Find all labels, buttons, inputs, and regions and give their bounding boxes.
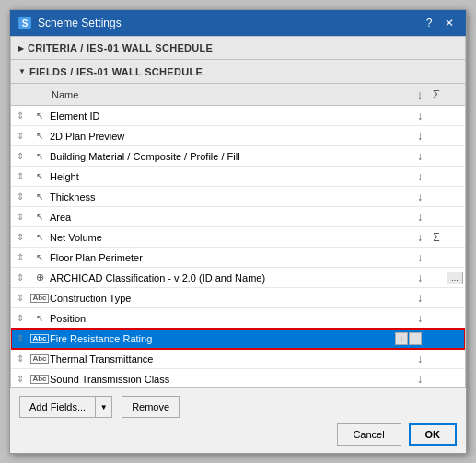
row-name-label: Element ID xyxy=(50,110,412,122)
row-name-label: Net Volume xyxy=(50,232,412,243)
drag-handle-icon[interactable]: ⇕ xyxy=(11,272,29,283)
row-type-icon: ↖ xyxy=(29,131,50,141)
abc-icon: Abc xyxy=(30,354,48,364)
add-fields-dropdown-button[interactable]: ▼ xyxy=(96,396,112,418)
drag-handle-icon[interactable]: ⇕ xyxy=(11,293,29,303)
drag-handle-icon[interactable]: ⇕ xyxy=(11,212,29,222)
extra-indicator: ... xyxy=(445,272,465,284)
title-bar-buttons: ? ✕ xyxy=(420,15,459,31)
drag-handle-icon[interactable]: ⇕ xyxy=(11,313,29,323)
row-type-icon: Abc xyxy=(29,334,50,343)
abc-icon: Abc xyxy=(30,375,48,384)
drag-handle-icon[interactable]: ⇕ xyxy=(11,191,29,202)
row-type-icon: Abc xyxy=(29,294,50,303)
sort-indicator: ↓ xyxy=(412,110,428,122)
drag-handle-icon[interactable]: ⇕ xyxy=(11,333,29,343)
row-type-icon: ↖ xyxy=(29,232,50,242)
name-header: Name xyxy=(50,89,412,100)
cursor-icon: ↖ xyxy=(36,313,43,323)
dialog-icon: S xyxy=(17,16,32,30)
drag-handle-icon[interactable]: ⇕ xyxy=(11,374,29,384)
drag-handle-icon[interactable]: ⇕ xyxy=(11,110,29,121)
table-row[interactable]: ⇕AbcSound Transmission Class↓ xyxy=(11,369,465,387)
row-type-icon: ↖ xyxy=(29,313,50,323)
cursor-icon: ↖ xyxy=(36,131,43,141)
sort-indicator: ↓ xyxy=(412,150,428,163)
row-name-label: ARCHICAD Classification - v 2.0 (ID and … xyxy=(50,272,412,284)
row-name-label: Thermal Transmittance xyxy=(50,353,412,365)
table-row[interactable]: ⇕↖Height↓ xyxy=(11,167,465,187)
dialog-content: ▶ CRITERIA / IES-01 WALL SCHEDULE ▼ FIEL… xyxy=(10,36,466,388)
abc-icon: Abc xyxy=(30,334,48,343)
sort-indicator: ↓ xyxy=(412,251,428,264)
sort-indicator: ↓ xyxy=(412,191,428,203)
close-button[interactable]: ✕ xyxy=(440,15,459,31)
title-bar: S Scheme Settings ? ✕ xyxy=(10,10,466,36)
table-scroll-area[interactable]: Name ↓ Σ ⇕↖Element ID↓⇕↖2D Plan Preview↓… xyxy=(11,84,465,387)
table-row[interactable]: ⇕↖Floor Plan Perimeter↓ xyxy=(11,248,465,268)
table-rows-container: ⇕↖Element ID↓⇕↖2D Plan Preview↓⇕↖Buildin… xyxy=(11,106,465,387)
add-fields-button[interactable]: Add Fields... xyxy=(19,396,96,418)
dialog-footer: Add Fields... ▼ Remove Cancel OK xyxy=(10,388,466,453)
row-name-label: Construction Type xyxy=(50,293,412,304)
sort-indicator: ↓ xyxy=(412,353,428,365)
row-name-label: Sound Transmission Class xyxy=(50,374,412,385)
fields-section-header[interactable]: ▼ FIELDS / IES-01 WALL SCHEDULE xyxy=(10,60,466,84)
ok-button[interactable]: OK xyxy=(409,423,458,446)
row-type-icon: ⊕ xyxy=(29,272,50,284)
drag-handle-icon[interactable]: ⇕ xyxy=(11,131,29,141)
cursor-icon: ↖ xyxy=(36,232,43,242)
row-name-label: Fire Resistance Rating xyxy=(50,333,395,344)
row-type-icon: ↖ xyxy=(29,212,50,222)
row-type-icon: Abc xyxy=(29,375,50,384)
sort-indicator: ↓ xyxy=(412,292,428,305)
table-row[interactable]: ⇕AbcConstruction Type↓ xyxy=(11,288,465,308)
cursor-icon: ↖ xyxy=(36,212,43,222)
svg-text:S: S xyxy=(22,18,29,29)
cancel-button[interactable]: Cancel xyxy=(337,423,401,446)
help-button[interactable]: ? xyxy=(420,15,438,31)
ellipsis-button[interactable]: ... xyxy=(447,272,463,284)
sigma-header: Σ xyxy=(428,87,445,101)
table-row[interactable]: ⇕↖Element ID↓ xyxy=(11,106,465,126)
table-row[interactable]: ⇕⊕ARCHICAD Classification - v 2.0 (ID an… xyxy=(11,268,465,288)
sort-indicator: ↓ xyxy=(412,312,428,325)
row-name-label: Height xyxy=(50,171,412,182)
table-row[interactable]: ⇕↖Position↓ xyxy=(11,308,465,329)
sort-extra-button[interactable] xyxy=(409,332,422,345)
cursor-icon: ↖ xyxy=(36,252,43,262)
criteria-toggle-icon: ▶ xyxy=(18,44,24,52)
sort-indicator: ↓ xyxy=(412,231,428,244)
sort-indicator: ↓ xyxy=(412,272,428,284)
table-row[interactable]: ⇕↖Thickness↓ xyxy=(11,187,465,207)
table-row[interactable]: ⇕AbcThermal Transmittance↓ xyxy=(11,349,465,369)
row-name-label: Position xyxy=(50,313,412,324)
table-row[interactable]: ⇕↖2D Plan Preview↓ xyxy=(11,126,465,146)
table-row[interactable]: ⇕AbcFire Resistance Rating↓ xyxy=(11,329,465,349)
row-name-label: Floor Plan Perimeter xyxy=(50,252,412,263)
table-row[interactable]: ⇕↖Area↓ xyxy=(11,207,465,227)
drag-handle-icon[interactable]: ⇕ xyxy=(11,353,29,364)
sort-indicator: ↓ xyxy=(412,130,428,143)
table-row[interactable]: ⇕↖Building Material / Composite / Profil… xyxy=(11,146,465,167)
drag-handle-icon[interactable]: ⇕ xyxy=(11,151,29,161)
row-name-label: Area xyxy=(50,212,412,223)
abc-icon: Abc xyxy=(30,294,48,303)
fields-section-title: FIELDS / IES-01 WALL SCHEDULE xyxy=(29,66,203,77)
cursor-icon: ↖ xyxy=(36,110,43,121)
drag-handle-icon[interactable]: ⇕ xyxy=(11,171,29,181)
sort-down-button[interactable]: ↓ xyxy=(395,332,408,345)
row-type-icon: ↖ xyxy=(29,252,50,262)
criteria-section-header[interactable]: ▶ CRITERIA / IES-01 WALL SCHEDULE xyxy=(10,36,466,60)
footer-top: Add Fields... ▼ Remove xyxy=(19,396,457,418)
table-row[interactable]: ⇕↖Net Volume↓Σ xyxy=(11,227,465,248)
footer-bottom: Cancel OK xyxy=(19,423,457,446)
row-name-label: Thickness xyxy=(50,191,412,203)
remove-button[interactable]: Remove xyxy=(122,396,180,418)
sigma-indicator: Σ xyxy=(428,231,445,244)
row-type-icon: ↖ xyxy=(29,110,50,121)
drag-handle-icon[interactable]: ⇕ xyxy=(11,252,29,262)
drag-handle-icon[interactable]: ⇕ xyxy=(11,232,29,242)
dialog-title: Scheme Settings xyxy=(38,17,420,29)
sort-header: ↓ xyxy=(412,87,428,102)
